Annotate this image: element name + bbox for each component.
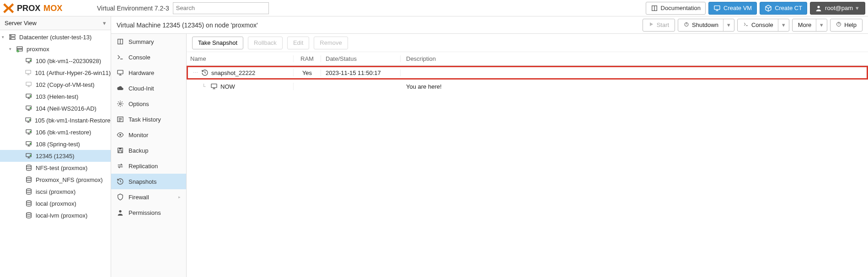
tree-item-label: 12345 (12345) xyxy=(36,153,75,160)
user-icon xyxy=(117,209,125,216)
tree-item-label: NFS-test (proxmox) xyxy=(36,165,87,171)
nav-replication[interactable]: Replication xyxy=(111,158,186,174)
vm-title: Virtual Machine 12345 (12345) on node 'p… xyxy=(117,21,258,29)
nav-label: Backup xyxy=(129,147,148,154)
tree-storage[interactable]: Proxmox_NFS (proxmox) xyxy=(0,174,111,186)
vm-side-nav: SummaryConsoleHardwareCloud-InitOptionsT… xyxy=(111,34,187,277)
tree-storage[interactable]: NFS-test (proxmox) xyxy=(0,162,111,174)
edit-button[interactable]: Edit xyxy=(287,37,309,49)
remove-button[interactable]: Remove xyxy=(314,37,348,49)
snapshot-ram: Yes xyxy=(294,69,321,76)
chevron-down-icon[interactable]: ▾ xyxy=(816,19,827,31)
tree-datacenter[interactable]: ▾ Datacenter (cluster-test-13) xyxy=(0,31,111,43)
version-label: Virtual Environment 7.2-3 xyxy=(97,5,169,12)
nav-hardware[interactable]: Hardware xyxy=(111,65,186,80)
nav-backup[interactable]: Backup xyxy=(111,143,186,158)
nav-permissions[interactable]: Permissions xyxy=(111,205,186,220)
tree-item-label: 100 (bk-vm1--20230928) xyxy=(36,58,101,64)
tree-vm[interactable]: 100 (bk-vm1--20230928) xyxy=(0,55,111,67)
nav-console[interactable]: Console xyxy=(111,49,186,65)
tree-vm[interactable]: 104 (Neil-WS2016-AD) xyxy=(0,102,111,114)
tree-node-proxmox[interactable]: ▾ proxmox xyxy=(0,43,111,55)
exchange-icon xyxy=(117,162,125,170)
monitor-icon xyxy=(713,5,721,12)
snapshot-row[interactable]: └NOWYou are here! xyxy=(187,80,868,93)
help-button[interactable]: Help xyxy=(830,19,863,32)
chevron-down-icon[interactable]: ▾ xyxy=(723,19,734,31)
take-snapshot-button[interactable]: Take Snapshot xyxy=(192,37,243,49)
caret-right-icon: ▸ xyxy=(178,195,181,199)
nav-label: Hardware xyxy=(129,69,154,76)
tree-storage[interactable]: iscsi (proxmox) xyxy=(0,186,111,197)
nav-monitor[interactable]: Monitor xyxy=(111,127,186,143)
terminal-icon xyxy=(117,53,125,61)
tree-item-label: 102 (Copy-of-VM-test) xyxy=(36,81,95,88)
nav-cloud-init[interactable]: Cloud-Init xyxy=(111,80,186,96)
svg-rect-13 xyxy=(26,82,31,85)
start-button[interactable]: Start xyxy=(643,19,675,32)
nav-summary[interactable]: Summary xyxy=(111,34,186,49)
tree-line-icon: ⋯ xyxy=(190,70,201,76)
power-icon xyxy=(684,21,689,28)
terminal-icon xyxy=(743,21,749,28)
snapshot-date: 2023-11-15 11:50:17 xyxy=(321,69,401,76)
rollback-button[interactable]: Rollback xyxy=(248,37,283,49)
tree-item-label: 104 (Neil-WS2016-AD) xyxy=(36,105,96,112)
snapshot-desc: You are here! xyxy=(401,83,868,90)
nav-options[interactable]: Options xyxy=(111,96,186,112)
chevron-down-icon[interactable]: ▾ xyxy=(778,19,789,31)
user-icon xyxy=(815,5,822,12)
user-menu-button[interactable]: root@pam ▾ xyxy=(810,2,865,15)
col-name[interactable]: Name xyxy=(187,55,294,62)
tree-storage[interactable]: local-lvm (proxmox) xyxy=(0,209,111,221)
resource-tree: ▾ Datacenter (cluster-test-13) ▾ proxmox… xyxy=(0,30,111,221)
tree-item-label: 106 (bk-vm1-restore) xyxy=(36,129,91,136)
tree-item-label: 103 (Helen-test) xyxy=(36,93,78,100)
tree-vm[interactable]: 105 (bk-vm1-Instant-Restore) xyxy=(0,114,111,126)
col-date[interactable]: Date/Status xyxy=(321,55,401,62)
tree-item-label: 108 (Spring-test) xyxy=(36,141,80,148)
snapshot-panel: Take Snapshot Rollback Edit Remove Name … xyxy=(187,34,868,277)
tree-vm[interactable]: 103 (Helen-test) xyxy=(0,91,111,102)
snapshot-row[interactable]: ⋯snapshot_22222Yes2023-11-15 11:50:17 xyxy=(187,66,868,80)
top-bar: PROX MOX Virtual Environment 7.2-3 Docum… xyxy=(0,0,868,16)
snapshot-grid: Name RAM Date/Status Description ⋯snapsh… xyxy=(187,52,868,277)
proxmox-logo: PROX MOX xyxy=(3,3,94,14)
nav-label: Summary xyxy=(129,38,154,45)
monitor-icon xyxy=(117,69,125,76)
create-vm-button[interactable]: Create VM xyxy=(708,2,757,15)
nav-task-history[interactable]: Task History xyxy=(111,112,186,127)
vm-icon xyxy=(25,105,33,112)
search-input[interactable] xyxy=(173,2,269,14)
vm-icon xyxy=(25,93,33,100)
more-button[interactable]: More ▾ xyxy=(792,19,828,32)
database-icon xyxy=(25,188,33,195)
nav-snapshots[interactable]: Snapshots xyxy=(111,174,186,189)
collapse-icon: ▾ xyxy=(9,47,15,51)
console-button[interactable]: Console ▾ xyxy=(737,19,789,32)
save-icon xyxy=(117,147,125,154)
server-view-selector[interactable]: Server View ▾ xyxy=(0,16,111,30)
snapshot-name: snapshot_22222 xyxy=(211,69,255,76)
grid-header: Name RAM Date/Status Description xyxy=(187,52,868,66)
col-desc[interactable]: Description xyxy=(401,55,868,62)
chevron-down-icon: ▾ xyxy=(856,5,860,11)
svg-text:PROX: PROX xyxy=(17,4,41,13)
tree-vm[interactable]: 106 (bk-vm1-restore) xyxy=(0,126,111,138)
documentation-button[interactable]: Documentation xyxy=(646,2,706,15)
tree-vm[interactable]: 102 (Copy-of-VM-test) xyxy=(0,79,111,91)
tree-vm[interactable]: 101 (Arthur-Hyper-26-win11) xyxy=(0,67,111,79)
nav-firewall[interactable]: Firewall▸ xyxy=(111,189,186,205)
create-ct-button[interactable]: Create CT xyxy=(760,2,807,15)
nav-label: Snapshots xyxy=(129,178,156,185)
cloud-icon xyxy=(117,85,125,92)
book-icon xyxy=(117,38,125,45)
vm-icon xyxy=(25,140,33,148)
server-icon xyxy=(8,33,16,41)
tree-vm[interactable]: 12345 (12345) xyxy=(0,150,111,162)
tree-storage[interactable]: local (proxmox) xyxy=(0,197,111,209)
nav-label: Options xyxy=(129,101,149,107)
tree-vm[interactable]: 108 (Spring-test) xyxy=(0,138,111,150)
shutdown-button[interactable]: Shutdown ▾ xyxy=(678,19,734,32)
col-ram[interactable]: RAM xyxy=(294,55,321,62)
